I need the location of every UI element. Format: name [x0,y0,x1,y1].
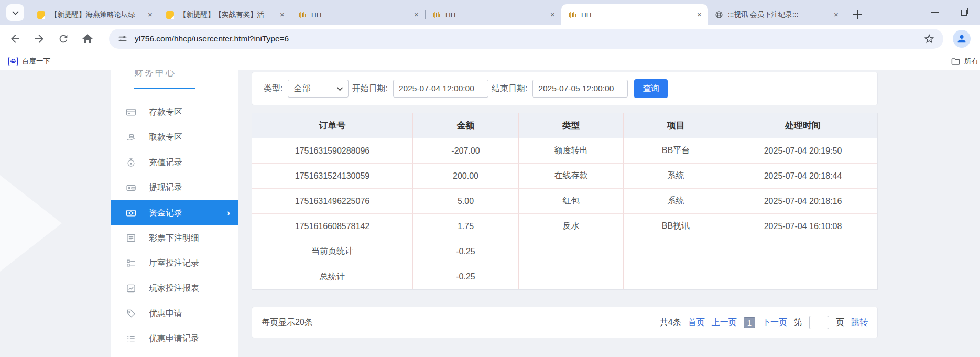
close-icon[interactable]: × [412,10,421,19]
reload-button[interactable] [57,32,70,46]
sidebar-item-label: 资金记录 [149,208,182,219]
forward-button[interactable] [32,32,46,46]
home-button[interactable] [81,32,94,46]
cell-order-id: 1751631496225076 [252,189,413,214]
promo-tag-icon [126,308,136,319]
bookmarks-separator [943,57,943,66]
url-text[interactable]: yl756.com/hhcp/usercenter.html?iniType=6 [135,34,289,44]
tab-strip: 【新提醒】海燕策略论坛绿 × 【新提醒】【实战有奖】活 × HH × HH × … [0,0,980,25]
site-info-icon[interactable] [117,34,128,44]
baidu-paw-icon [8,57,18,66]
bank-card-icon [126,107,136,117]
close-icon[interactable]: × [146,10,155,19]
page-size-text: 每页显示20条 [262,317,313,328]
end-date-input[interactable]: 2025-07-05 12:00:00 [532,80,628,98]
cell-amount: -207.00 [413,138,519,164]
type-select[interactable]: 全部 [288,80,349,98]
tab-title: 【新提醒】海燕策略论坛绿 [50,10,143,19]
cell-empty [728,239,877,264]
next-page-link[interactable]: 下一页 [762,317,787,328]
start-date-input[interactable]: 2025-07-04 12:00:00 [393,80,488,98]
bookmarks-bar: 百度一下 所有 [0,52,980,70]
sidebar-item-funds-records[interactable]: 资金记录 › [111,200,238,225]
sidebar-item-label: 彩票下注明细 [149,233,199,244]
close-icon[interactable]: × [278,10,287,19]
column-header: 金额 [413,113,519,138]
sidebar-item-label: 优惠申请记录 [149,333,199,344]
address-bar[interactable]: yl756.com/hhcp/usercenter.html?iniType=6 [109,29,943,49]
cell-empty [728,264,877,289]
bookmark-baidu[interactable]: 百度一下 [8,57,50,66]
hh-gold-favicon [568,10,576,19]
cash-icon [126,208,136,218]
money-bag-icon [126,157,136,168]
tab-separator [845,10,845,19]
jump-action-link[interactable]: 跳转 [851,317,868,328]
folder-icon[interactable] [951,57,961,67]
tab-search-button[interactable] [6,4,24,21]
cell-grand-total-label: 总统计 [252,264,413,289]
sidebar-item-label: 充值记录 [149,157,182,168]
tab-forum-2[interactable]: 【新提醒】【实战有奖】活 × [159,4,291,25]
cell-time: 2025-07-04 20:18:16 [728,189,877,214]
tab-title: HH [445,11,545,19]
close-icon[interactable]: × [548,10,557,19]
search-button[interactable]: 查询 [634,79,668,98]
forum-doc-favicon [166,10,175,19]
cell-grand-total-amount: -0.25 [413,264,519,289]
first-page-link[interactable]: 首页 [688,317,705,328]
column-header: 类型 [519,113,624,138]
sidebar-item-promo-apply-records[interactable]: 优惠申请记录 [111,326,238,351]
prev-page-link[interactable]: 上一页 [712,317,737,328]
chevron-right-icon: › [227,208,230,218]
cell-empty [624,264,728,289]
sidebar-item-deposit-zone[interactable]: 存款专区 [111,100,238,125]
tab-video-records[interactable]: :::视讯 会员下注纪录::: × [708,4,845,25]
tab-hh-2[interactable]: HH × [426,4,561,25]
cell-time: 2025-07-04 20:19:50 [728,138,877,164]
cell-type: 额度转出 [519,138,624,164]
sidebar-item-recharge-records[interactable]: 充值记录 [111,150,238,175]
sidebar-item-hall-bet-records[interactable]: 厅室投注记录 [111,251,238,276]
chart-report-icon [126,283,136,294]
globe-favicon [714,10,723,19]
cell-page-total-amount: -0.25 [413,239,519,264]
document-lines-icon [126,233,136,243]
sidebar-item-withdraw-zone[interactable]: 取款专区 [111,125,238,150]
sidebar-item-promo-apply[interactable]: 优惠申请 [111,301,238,326]
tab-hh-1[interactable]: HH × [291,4,425,25]
sidebar-item-label: 玩家投注报表 [149,283,199,294]
hh-gold-favicon [298,10,307,19]
cell-empty [519,264,624,289]
back-button[interactable] [8,32,22,46]
sidebar-item-player-bet-report[interactable]: 玩家投注报表 [111,276,238,301]
jump-page-input[interactable] [809,316,829,329]
close-icon[interactable]: × [695,10,704,19]
cell-type: 在线存款 [519,164,624,189]
cell-order-id: 1751631524130059 [252,164,413,189]
cell-empty [519,239,624,264]
hand-coins-icon [126,132,136,143]
bookmark-star-button[interactable] [923,33,935,45]
tab-title: 【新提醒】【实战有奖】活 [179,10,275,19]
tab-hh-active[interactable]: HH × [561,4,708,25]
cell-project: BB平台 [624,138,728,164]
all-bookmarks-label[interactable]: 所有 [964,57,980,66]
detail-list-icon [126,258,136,268]
home-icon [81,33,94,45]
minimize-button[interactable] [927,5,942,20]
restore-button[interactable] [956,5,972,20]
start-date-value: 2025-07-04 12:00:00 [399,84,474,93]
current-page-number[interactable]: 1 [744,317,755,328]
column-header: 订单号 [252,113,413,138]
close-icon[interactable]: × [832,10,841,19]
cell-time: 2025-07-04 16:10:08 [728,214,877,239]
sidebar-item-withdrawal-records[interactable]: 提现记录 [111,175,238,200]
select-arrow-icon [337,85,343,91]
tab-title: HH [581,11,692,19]
profile-avatar[interactable] [953,30,971,48]
tab-forum-1[interactable]: 【新提醒】海燕策略论坛绿 × [30,4,159,25]
pagination-bar: 每页显示20条 共4条 首页 上一页 1 下一页 第 页 跳转 [252,307,878,338]
new-tab-button[interactable] [850,7,865,23]
sidebar-item-lottery-bet-details[interactable]: 彩票下注明细 [111,225,238,251]
